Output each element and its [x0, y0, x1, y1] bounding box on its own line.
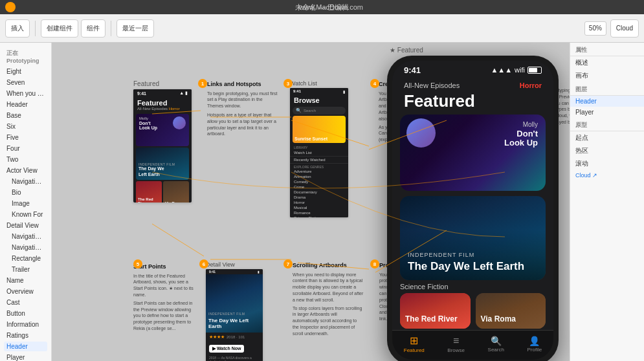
layer-button[interactable]: Button — [4, 309, 47, 318]
layer-cast[interactable]: Cast — [4, 298, 47, 307]
annotation-1-text2: Hotspots are a type of layer that allow … — [207, 112, 278, 137]
tab-featured-icon: ⊞ — [410, 334, 418, 347]
tab-browse-icon: ≡ — [453, 335, 459, 347]
annotation-5-title: Start Points — [133, 263, 198, 271]
left-panel: 正在 Prototyping Eight Seven When you need… — [0, 43, 52, 361]
artboard-browse-area: Watch List 9:41 ▮ Browse 🔍 Search Sunris… — [290, 80, 348, 217]
layer-nav-bar-2[interactable]: Navigation Bar — [4, 232, 47, 241]
science-fiction-label: Science Fiction — [392, 280, 553, 292]
artboard-featured-area: Featured 9:41 ▲ ▮ Featured All-New Episo… — [133, 80, 192, 202]
rp-item-7[interactable]: 滚动 — [570, 157, 644, 170]
cloud-btn[interactable]: Cloud — [610, 19, 639, 38]
rp-item-1[interactable]: 概述 — [570, 56, 644, 69]
featured-artboard[interactable]: 9:41 ▲ ▮ Featured All-New Episodes Horro… — [133, 89, 192, 202]
layer-nav-bar-1[interactable]: Navigation Bar — [4, 177, 47, 186]
rp-item-2[interactable]: 画布 — [570, 69, 644, 82]
layer-player[interactable]: Player — [4, 353, 47, 361]
layer-six[interactable]: Six — [4, 122, 47, 131]
rp-item-5[interactable]: 起点 — [570, 131, 644, 144]
layer-header-2[interactable]: Header — [4, 342, 47, 351]
bottom-cards-row: The Red River Via Roma — [392, 292, 553, 330]
main-layout: 正在 Prototyping Eight Seven When you need… — [0, 43, 644, 361]
layer-image[interactable]: Image — [4, 199, 47, 208]
badge-4: 4 — [370, 79, 379, 88]
annotation-5-text2: Start Points can be defined in the Previ… — [133, 300, 198, 332]
phone-status-bar: 9:41 ▲▲▲ wifi — [392, 61, 553, 79]
layer-seven[interactable]: Seven — [4, 78, 47, 87]
featured-title-area: Featured — [392, 91, 553, 115]
tab-featured[interactable]: ⊞ Featured — [404, 334, 425, 353]
wifi-icon: wifi — [515, 66, 525, 74]
tab-search-label: Search — [488, 347, 504, 353]
layer-eight[interactable]: Eight — [4, 67, 47, 76]
tab-search[interactable]: 🔍 Search — [488, 336, 504, 353]
tab-featured-label: Featured — [404, 347, 425, 353]
hero-card[interactable]: Molly Don'tLook Up — [400, 115, 546, 191]
cloud-link[interactable]: Cloud ↗ — [570, 170, 644, 181]
phone-time: 9:41 — [404, 65, 421, 75]
layer-bio[interactable]: Bio — [4, 188, 47, 197]
annotation-1-text: To begin prototyping, you must first set… — [207, 91, 278, 109]
canvas-area[interactable]: Featured 9:41 ▲ ▮ Featured All-New Episo… — [52, 43, 570, 361]
tab-search-icon: 🔍 — [491, 336, 502, 346]
day-we-left-earth-card[interactable]: INDEPENDENT FILM The Day We Left Earth — [400, 196, 546, 280]
layer-base[interactable]: Base — [4, 111, 47, 120]
layer-four[interactable]: Four — [4, 144, 47, 153]
zoom-level[interactable]: 50% — [584, 21, 606, 36]
window-title: 未命名 — 巴编辑 — [295, 3, 349, 12]
featured-label: Featured — [133, 80, 192, 87]
rp-item-4[interactable]: Player — [570, 107, 644, 118]
battery-icon — [527, 67, 542, 74]
annotation-5-text: In the title of the Featured Artboard, s… — [133, 273, 198, 298]
browse-artboard[interactable]: 9:41 ▮ Browse 🔍 Search Sunrise Sunset LI… — [290, 88, 348, 217]
insert-btn[interactable]: 插入 — [5, 19, 30, 38]
rp-item-3[interactable]: Header — [570, 96, 644, 107]
large-featured-artboard-label: ★ Featured — [390, 47, 568, 54]
day-earth-content: INDEPENDENT FILM The Day We Left Earth — [408, 252, 538, 273]
component-label: 组件 — [87, 24, 100, 33]
create-component-btn[interactable]: 创建组件 — [41, 19, 78, 38]
signal-icon: ▲▲▲ — [491, 66, 512, 74]
red-river-card[interactable]: The Red River — [400, 293, 471, 329]
recent-btn[interactable]: 最近一层 — [117, 19, 154, 38]
phone-screen[interactable]: 9:41 ▲▲▲ wifi All-New Episodes Horror — [392, 61, 553, 360]
layer-two[interactable]: Two — [4, 155, 47, 164]
tab-profile-icon: 👤 — [529, 336, 540, 346]
menu-bar: www.MacDown.com 未命名 — 巴编辑 — [0, 0, 644, 14]
via-roma-title: Via Roma — [481, 314, 541, 323]
bottom-tab-bar: ⊞ Featured ≡ Browse 🔍 Search 👤 — [392, 330, 553, 360]
layer-overview[interactable]: Overview — [4, 287, 47, 296]
separator-2 — [111, 21, 111, 36]
layer-five[interactable]: Five — [4, 133, 47, 142]
layer-rectangle[interactable]: Rectangle — [4, 254, 47, 263]
badge-7: 7 — [283, 259, 293, 268]
layer-actor-view[interactable]: Actor View — [4, 166, 47, 175]
rp-item-6[interactable]: 热区 — [570, 144, 644, 157]
layer-trailer[interactable]: Trailer — [4, 265, 47, 274]
toolbar-right: 50% Cloud — [584, 19, 639, 38]
layer-information[interactable]: Information — [4, 320, 47, 329]
layer-when-you-need[interactable]: When you need... — [4, 89, 47, 98]
featured-main-title: Featured — [404, 92, 542, 111]
hero-card-person: Molly Don'tLook Up — [504, 121, 538, 148]
layer-header-1[interactable]: Header — [4, 100, 47, 109]
layer-ratings[interactable]: Ratings — [4, 331, 47, 340]
separator-1 — [35, 21, 36, 36]
component-btn[interactable]: 组件 — [81, 19, 105, 38]
layer-detail-view[interactable]: Detail View — [4, 221, 47, 230]
tab-profile[interactable]: 👤 Profile — [527, 336, 542, 353]
layer-known-for[interactable]: Known For — [4, 210, 47, 219]
via-roma-card[interactable]: Via Roma — [476, 293, 546, 329]
recent-label: 最近一层 — [122, 24, 148, 33]
detail-artboard[interactable]: 9:41 ▮ INDEPENDENT FILM The Day We Left … — [206, 269, 263, 361]
layer-name[interactable]: Name — [4, 276, 47, 285]
badge-3: 3 — [283, 79, 293, 88]
tab-browse[interactable]: ≡ Browse — [447, 335, 465, 353]
rp-section-2: 图层 — [570, 82, 644, 96]
featured-subheader-row: All-New Episodes Horror — [392, 79, 553, 91]
tab-profile-label: Profile — [527, 347, 542, 353]
badge-5: 5 — [133, 259, 142, 268]
annotation-7-panel: Scrolling Artboards When you need to dis… — [293, 261, 364, 337]
layer-nav-bar-3[interactable]: Navigation Bar — [4, 243, 47, 252]
red-river-title: The Red River — [405, 314, 465, 323]
